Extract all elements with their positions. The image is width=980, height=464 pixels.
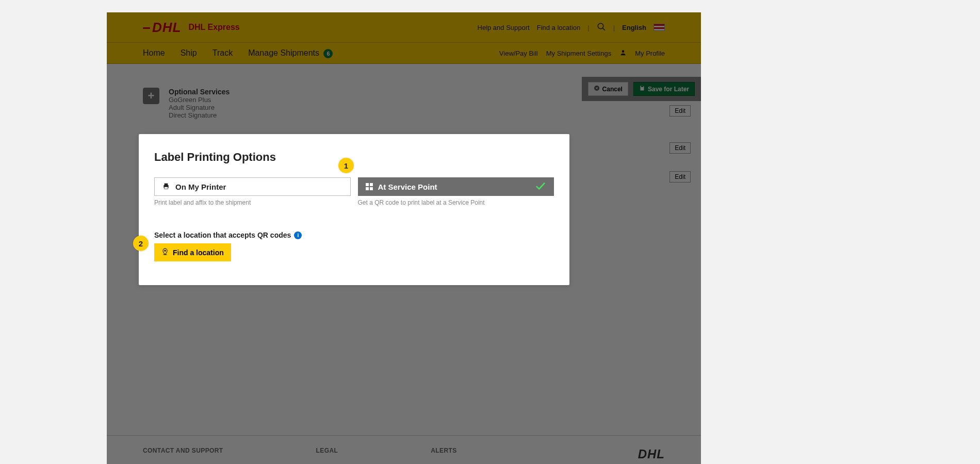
check-icon — [535, 180, 546, 193]
option2-sub: Get a QR code to print label at a Servic… — [358, 199, 554, 206]
info-icon[interactable]: i — [294, 231, 302, 239]
option1-label: On My Printer — [175, 183, 226, 191]
select-location-text: Select a location that accepts QR codes — [154, 231, 291, 239]
printer-icon — [162, 182, 170, 192]
label-printing-modal: Label Printing Options On My Printer Pri… — [139, 134, 569, 285]
svg-rect-7 — [165, 187, 168, 189]
svg-rect-6 — [165, 183, 168, 185]
find-location-button[interactable]: Find a location — [154, 243, 231, 261]
option-service-point-wrap: At Service Point Get a QR code to print … — [358, 177, 554, 206]
svg-point-8 — [164, 250, 166, 252]
label-options-row: On My Printer Print label and affix to t… — [154, 177, 554, 206]
location-pin-icon — [161, 248, 169, 257]
qr-code-icon — [366, 183, 373, 190]
select-location-label: Select a location that accepts QR codes … — [154, 231, 554, 239]
option2-label: At Service Point — [378, 183, 437, 191]
select-location-block: Select a location that accepts QR codes … — [154, 231, 554, 261]
callout-2: 2 — [133, 236, 149, 251]
find-location-label: Find a location — [173, 248, 224, 257]
callout-1: 1 — [338, 158, 354, 173]
option-on-my-printer-wrap: On My Printer Print label and affix to t… — [154, 177, 351, 206]
modal-title: Label Printing Options — [154, 151, 554, 164]
option-at-service-point[interactable]: At Service Point — [358, 177, 554, 196]
option1-sub: Print label and affix to the shipment — [154, 199, 351, 206]
option-on-my-printer[interactable]: On My Printer — [154, 177, 351, 196]
